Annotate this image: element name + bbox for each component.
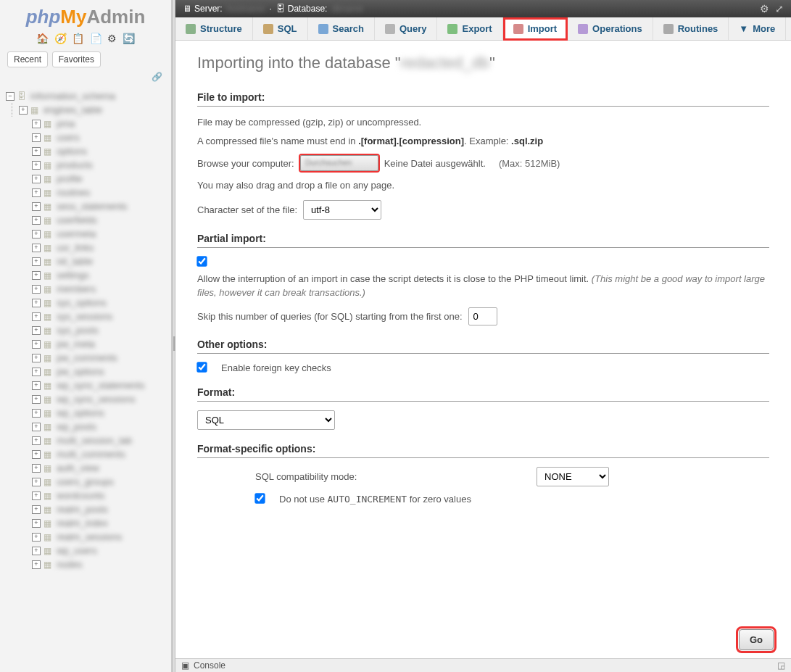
favorites-button[interactable]: Favorites: [52, 51, 101, 67]
expand-icon[interactable]: +: [32, 271, 41, 280]
choose-file-button[interactable]: Durchsuchen: [300, 155, 378, 171]
tree-node[interactable]: +▦wp_posts: [32, 420, 167, 434]
tab-sql[interactable]: SQL: [253, 17, 308, 40]
tree-node[interactable]: +▦pw_comments: [32, 351, 167, 365]
tree-node[interactable]: +▦wp_sync_sessions: [32, 392, 167, 406]
tree-node[interactable]: +▦realm_sessions: [32, 530, 167, 544]
tree-node[interactable]: +▦wp_users: [32, 544, 167, 557]
expand-icon[interactable]: +: [32, 478, 41, 486]
expand-icon[interactable]: +: [32, 368, 41, 376]
noai-checkbox[interactable]: [254, 493, 265, 503]
tree-node[interactable]: +▦sys_posts: [32, 323, 167, 337]
expand-icon[interactable]: +: [32, 175, 41, 183]
expand-icon[interactable]: +: [32, 354, 41, 362]
expand-icon[interactable]: +: [32, 202, 41, 211]
tree-node[interactable]: +▦users: [32, 130, 167, 144]
tree-node[interactable]: +▦realm_index: [32, 516, 167, 530]
expand-icon[interactable]: +: [32, 381, 41, 390]
query-icon[interactable]: 📄: [90, 33, 102, 44]
tree-node[interactable]: +▦wp_options: [32, 406, 167, 420]
expand-icon[interactable]: +: [32, 533, 41, 542]
tree-node[interactable]: +▦users_groups: [32, 475, 167, 489]
expand-icon[interactable]: +: [32, 161, 41, 170]
console-bar[interactable]: ▣ Console ◲: [175, 658, 791, 672]
expand-icon[interactable]: +: [32, 340, 41, 349]
db-tree[interactable]: − 🗄 information_schema +▦engines_table+▦…: [0, 86, 171, 672]
partial-checkbox[interactable]: [196, 256, 207, 266]
fk-checkbox[interactable]: [196, 362, 207, 372]
link-icon[interactable]: 🔗: [0, 70, 171, 86]
expand-icon[interactable]: +: [19, 106, 28, 115]
go-button[interactable]: Go: [739, 629, 774, 650]
tree-node[interactable]: +▦realm_posts: [32, 502, 167, 516]
collapse-icon[interactable]: −: [6, 92, 15, 101]
expand-icon[interactable]: +: [32, 244, 41, 252]
expand-icon[interactable]: +: [32, 147, 41, 156]
tree-node[interactable]: +▦members: [32, 282, 167, 296]
tree-node[interactable]: +▦userfields: [32, 213, 167, 227]
console-resize-icon[interactable]: ◲: [777, 660, 785, 671]
tab-export[interactable]: Export: [437, 17, 502, 40]
charset-select[interactable]: utf-8: [303, 200, 381, 220]
tree-node[interactable]: +▦wordcounts: [32, 489, 167, 502]
tab-more[interactable]: ▼More: [729, 17, 786, 40]
expand-icon[interactable]: +: [32, 547, 41, 555]
expand-icon[interactable]: +: [32, 450, 41, 459]
expand-icon[interactable]: +: [32, 505, 41, 514]
expand-icon[interactable]: +: [32, 464, 41, 473]
expand-icon[interactable]: +: [32, 216, 41, 225]
expand-icon[interactable]: +: [32, 491, 41, 500]
tab-query[interactable]: Query: [375, 17, 438, 40]
tree-node[interactable]: +▦usermeta: [32, 227, 167, 241]
tree-node[interactable]: +▦engines_table: [19, 103, 167, 117]
tree-node[interactable]: +▦auth_view: [32, 461, 167, 475]
tree-root-node[interactable]: − 🗄 information_schema: [6, 89, 167, 103]
tab-import[interactable]: Import: [503, 17, 568, 41]
gear-icon[interactable]: ⚙: [760, 3, 769, 14]
tab-routines[interactable]: Routines: [653, 17, 729, 40]
expand-icon[interactable]: +: [32, 560, 41, 569]
tree-node[interactable]: +▦products: [32, 158, 167, 172]
tree-node[interactable]: +▦pw_meta: [32, 337, 167, 351]
compat-select[interactable]: NONE: [537, 467, 609, 486]
expand-icon[interactable]: +: [32, 188, 41, 197]
docs-icon[interactable]: 📋: [72, 33, 84, 44]
skip-input[interactable]: [468, 307, 497, 325]
tree-node[interactable]: +▦multi_comments: [32, 447, 167, 461]
expand-icon[interactable]: +: [32, 230, 41, 238]
expand-icon[interactable]: +: [32, 257, 41, 266]
tree-node[interactable]: +▦pw_options: [32, 365, 167, 378]
tree-node[interactable]: +▦pma: [32, 117, 167, 130]
exit-icon[interactable]: 🧭: [54, 33, 67, 44]
settings-icon[interactable]: ⚙: [107, 33, 117, 44]
tree-node[interactable]: +▦sys_sessions: [32, 310, 167, 323]
tab-structure[interactable]: Structure: [175, 17, 253, 40]
tab-operations[interactable]: Operations: [568, 17, 653, 40]
tree-node[interactable]: +▦rel_table: [32, 254, 167, 268]
expand-icon[interactable]: +: [32, 395, 41, 404]
expand-icon[interactable]: ⤢: [775, 3, 784, 14]
tree-node[interactable]: +▦settings: [32, 268, 167, 282]
tree-node[interactable]: +▦usr_links: [32, 241, 167, 254]
expand-icon[interactable]: +: [32, 436, 41, 445]
tree-node[interactable]: +▦routines: [32, 186, 167, 199]
expand-icon[interactable]: +: [32, 312, 41, 321]
tree-node[interactable]: +▦sys_options: [32, 296, 167, 310]
format-select[interactable]: SQL: [197, 410, 335, 430]
tree-node[interactable]: +▦profile: [32, 172, 167, 186]
expand-icon[interactable]: +: [32, 326, 41, 335]
expand-icon[interactable]: +: [32, 423, 41, 431]
recent-button[interactable]: Recent: [7, 51, 48, 67]
tree-node[interactable]: +▦multi_session_tab: [32, 434, 167, 447]
tab-search[interactable]: Search: [308, 17, 375, 40]
home-icon[interactable]: 🏠: [36, 33, 49, 44]
expand-icon[interactable]: +: [32, 285, 41, 294]
expand-icon[interactable]: +: [32, 519, 41, 528]
expand-icon[interactable]: +: [32, 299, 41, 307]
tree-node[interactable]: +▦nodes: [32, 557, 167, 571]
expand-icon[interactable]: +: [32, 133, 41, 142]
expand-icon[interactable]: +: [32, 409, 41, 418]
reload-icon[interactable]: 🔄: [123, 33, 135, 44]
expand-icon[interactable]: +: [32, 120, 41, 128]
tree-node[interactable]: +▦options: [32, 144, 167, 158]
